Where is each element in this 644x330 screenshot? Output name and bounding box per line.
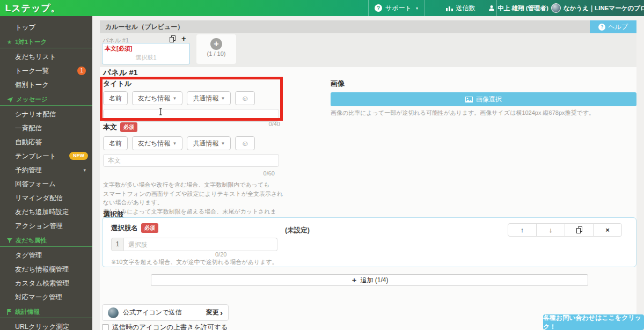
user-menu[interactable]: 中上 雄翔 (管理者) なかうえ｜LINEマーケのプロ ▾ [496,0,644,16]
copy-panel-icon[interactable] [170,35,175,42]
topbar: Lステップ。 ? サポート ▾ 送信数 中上 雄翔 (管理者) なかうえ｜LIN… [0,0,644,16]
chevron-right-icon: › [220,309,223,317]
sidebar-item-individual-talk[interactable]: 個別トーク [0,78,92,92]
image-section: 画像 画像選択 画像の比率によって一部が途切れる可能性があります。画像サイズは横… [331,79,636,117]
sidebar-section-friend-attributes[interactable]: 友だち属性 [0,235,92,247]
sidebar: トップ ★ 1対1トーク 友だちリスト トーク一覧 1 個別トーク メッセージ … [0,16,92,330]
change-icon-button[interactable]: 変更 › [206,308,223,317]
insert-name-button[interactable]: 名前 [103,136,128,150]
sidebar-item-support-mark[interactable]: 対応マーク管理 [0,290,92,304]
sidebar-item-template[interactable]: テンプレート NEW [0,149,92,163]
title-input[interactable] [103,109,279,122]
sidebar-item-talk-list[interactable]: トーク一覧 1 [0,64,92,78]
choice-unset-label: (未設定) [285,226,310,235]
icon-override-row: 送信時のアイコンの上書きを許可する [102,323,228,330]
sidebar-item-label: 予約管理 [15,166,42,174]
sidebar-item-label: 対応マーク管理 [15,294,62,301]
bar-chart-icon [446,5,453,11]
close-icon: × [605,226,610,234]
choice-row: 選択肢名必須 (未設定) ↑ ↓ × 1 0/20 ※10文字を超える場合、文が… [102,217,636,267]
button-label: 共通情報 [193,94,218,103]
app-logo[interactable]: Lステップ。 [5,2,61,14]
avatar [551,3,561,13]
sidebar-section-label: 統計情報 [15,308,40,316]
star-icon: ★ [7,39,12,45]
chevron-down-icon: ▾ [83,163,86,177]
icon-override-label: 送信時のアイコンの上書きを許可する [112,323,228,330]
emoji-button[interactable]: ☺ [235,136,254,150]
add-choice-button[interactable]: ＋ 追加 (1/4) [151,274,588,286]
image-icon [465,97,473,102]
friend-info-dropdown[interactable]: 友だち情報▼ [132,136,182,150]
choice-name-input[interactable] [124,238,277,251]
question-icon: ? [598,24,605,31]
common-info-dropdown[interactable]: 共通情報▼ [187,136,231,150]
add-panel-icon[interactable]: + [181,35,186,42]
add-panel-card[interactable]: + (1 / 10) [196,34,236,64]
sidebar-item-url-click[interactable]: URLクリック測定 [0,320,92,330]
sidebar-item-answer-form[interactable]: 回答フォーム [0,177,92,191]
move-down-button[interactable]: ↓ [536,223,565,237]
icon-override-checkbox[interactable] [102,324,109,330]
smiley-icon: ☺ [241,94,248,102]
sidebar-item-label: リマインダ配信 [15,194,63,202]
choice-note: ※10文字を超える場合、文が途中で途切れる場合があります。 [111,258,278,267]
image-label: 画像 [331,79,636,89]
chevron-down-icon: ▼ [173,141,177,146]
preview-card-required-text: 本文[必須] [103,43,189,53]
image-select-button[interactable]: 画像選択 [331,92,636,106]
sidebar-section-statistics[interactable]: 統計情報 [0,306,92,318]
sidebar-item-label: カスタム検索管理 [15,280,69,287]
page-title: カルーセル（プレビュー） [100,20,636,33]
button-label: 共通情報 [193,139,218,148]
sidebar-item-friend-list[interactable]: 友だちリスト [0,50,92,64]
emoji-button[interactable]: ☺ [235,91,254,105]
sidebar-item-friend-info-management[interactable]: 友だち情報欄管理 [0,262,92,276]
sidebar-section-label: 1対1トーク [15,38,47,46]
preview-card-panel-1[interactable]: 本文[必須] 選択肢1 [102,43,190,64]
help-button[interactable]: ? ヘルプ [590,20,636,33]
sidebar-item-reminder[interactable]: リマインダ配信 [0,191,92,205]
sidebar-item-reservation[interactable]: 予約管理 ▾ [0,163,92,177]
panel-count: (1 / 10) [196,50,236,57]
contact-button[interactable]: 各種お問い合わせはここをクリック！ [543,314,644,330]
sidebar-item-tag-management[interactable]: タグ管理 [0,248,92,262]
sidebar-item-friend-add-settings[interactable]: 友だち追加時設定 [0,205,92,219]
insert-name-button[interactable]: 名前 [103,91,128,105]
sidebar-item-top[interactable]: トップ [0,20,92,34]
sidebar-section-label: 友だち属性 [16,237,47,245]
common-info-dropdown[interactable]: 共通情報▼ [187,91,231,105]
friend-info-dropdown[interactable]: 友だち情報▼ [132,91,182,105]
sidebar-section-1to1talk[interactable]: ★ 1対1トーク [0,36,92,48]
required-badge: 必須 [120,122,137,132]
sidebar-item-scenario[interactable]: シナリオ配信 [0,107,92,121]
copy-choice-button[interactable] [565,223,594,237]
contact-label: 各種お問い合わせはここをクリック！ [543,313,644,330]
sidebar-section-message[interactable]: メッセージ [0,94,92,106]
sidebar-item-label: 個別トーク [15,81,49,89]
plus-icon: ＋ [350,275,357,285]
sidebar-item-broadcast[interactable]: 一斉配信 [0,121,92,135]
body-label: 本文 [103,123,117,131]
sidebar-item-action-management[interactable]: アクション管理 [0,219,92,233]
sidebar-item-label: 友だち情報欄管理 [15,266,69,273]
move-up-button[interactable]: ↑ [508,223,537,237]
person-icon [488,5,495,11]
choice-char-counter: 0/20 [215,251,226,258]
arrow-down-icon: ↓ [549,226,553,234]
chevron-down-icon: ▾ [416,6,418,11]
title-section: タイトル 名前 友だち情報▼ 共通情報▼ ☺ [103,79,281,122]
sidebar-item-label: 友だちリスト [15,53,56,61]
support-menu[interactable]: ? サポート ▾ [368,0,424,16]
carousel-header-bar: カルーセル（プレビュー） ? ヘルプ [100,20,636,33]
sidebar-item-auto-reply[interactable]: 自動応答 [0,135,92,149]
body-input[interactable] [103,154,279,167]
sidebar-item-label: URLクリック測定 [15,323,69,330]
change-label: 変更 [206,308,219,317]
official-icon-box: 公式アイコンで送信 変更 › [102,304,229,321]
button-label: 名前 [109,139,122,148]
add-choice-label: 追加 (1/4) [360,276,388,285]
sent-count-menu[interactable]: 送信数 [424,0,496,16]
delete-choice-button[interactable]: × [593,223,622,237]
sidebar-item-custom-search[interactable]: カスタム検索管理 [0,276,92,290]
